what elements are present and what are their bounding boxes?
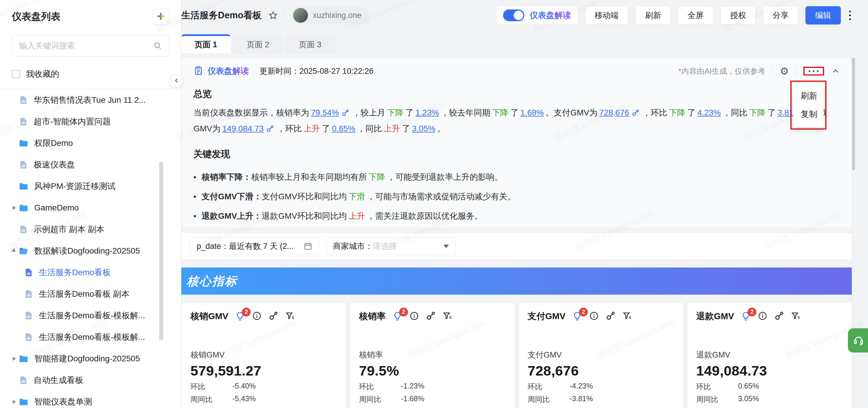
search-icon[interactable] <box>153 41 162 51</box>
plain-text: 。支付GMV为 <box>546 108 597 117</box>
insight-bulb-icon[interactable]: 2 <box>740 311 751 322</box>
fullscreen-button[interactable]: 全屏 <box>678 6 713 25</box>
insight-bulb-icon[interactable]: 2 <box>235 311 245 322</box>
sidebar-item[interactable]: 超市-智能体内置问题 <box>0 111 181 132</box>
sidebar-item[interactable]: 智能仪表盘单测 <box>0 391 181 408</box>
ai-report-icon <box>193 66 204 77</box>
insight-bulb-icon[interactable]: 2 <box>572 311 583 322</box>
favorites-label: 我收藏的 <box>26 68 59 80</box>
metric-link[interactable]: 1.23% <box>415 108 439 117</box>
sidebar-item[interactable]: 数据解读Dogfooding-202505 <box>0 240 181 261</box>
info-icon[interactable] <box>252 311 262 322</box>
folder-open-icon <box>18 246 29 256</box>
plain-text: ，环比 <box>643 108 667 117</box>
sidebar-scrollbar[interactable] <box>159 162 163 340</box>
attribution-key-icon[interactable] <box>631 107 640 121</box>
metric-link[interactable]: 3.05% <box>412 124 435 133</box>
info-icon[interactable] <box>589 311 599 322</box>
sidebar-item[interactable]: 生活服务Demo看板-模板解... <box>0 326 181 348</box>
compare-value: 0.65% <box>738 382 759 391</box>
refresh-button[interactable]: 刷新 <box>636 6 671 25</box>
new-dashboard-button[interactable] <box>153 8 169 25</box>
tab-page-3[interactable]: 页面 3 <box>285 36 335 53</box>
card-metric-label: 核销率 <box>359 349 506 360</box>
more-vertical-icon[interactable] <box>848 9 852 22</box>
interpretation-toggle[interactable] <box>503 9 524 21</box>
favorite-star-icon[interactable] <box>268 10 278 20</box>
gear-icon[interactable]: ⚙ <box>780 65 789 77</box>
trend-down-text: 下降 <box>492 108 508 117</box>
sidebar-item[interactable]: 风神PM-资源迁移测试 <box>0 176 181 197</box>
attribution-key-icon[interactable] <box>426 311 436 322</box>
card-metric-label: 核销GMV <box>190 349 337 360</box>
share-button[interactable]: 分享 <box>763 6 798 25</box>
metric-link[interactable]: 4.23% <box>698 108 721 117</box>
sidebar-item[interactable]: 生活服务Demo看板-模板解... <box>0 305 181 326</box>
menu-item-copy[interactable]: 复制 <box>793 105 824 123</box>
sidebar-item-label: 数据解读Dogfooding-202505 <box>34 245 140 256</box>
filter-icon[interactable] <box>285 311 295 322</box>
card-compare-row: 环比-4.23% <box>528 382 674 391</box>
sidebar-item[interactable]: 自动生成看板 <box>0 369 181 391</box>
folder-icon <box>18 138 29 149</box>
owner-badge[interactable]: xuzhixing.one <box>291 6 370 25</box>
caret-right-icon[interactable] <box>10 206 18 210</box>
edit-button[interactable]: 编辑 <box>805 6 841 25</box>
filter-icon[interactable] <box>790 311 801 322</box>
trend-up-text: 上升 <box>348 211 365 221</box>
sidebar-item[interactable]: 生活服务Demo看板 副本 <box>0 283 181 305</box>
ai-disclaimer: *内容由AI生成，仅供参考 <box>678 66 766 76</box>
compare-value: -4.23% <box>569 382 593 391</box>
section-banner-title: 核心指标 <box>187 273 237 289</box>
sidebar-item[interactable]: 权限Demo <box>0 132 181 154</box>
info-icon[interactable] <box>757 311 768 322</box>
caret-expanded-icon[interactable] <box>10 249 18 253</box>
menu-item-refresh[interactable]: 刷新 <box>793 87 824 105</box>
sidebar-item[interactable]: 华东销售情况表Tue Jun 11 2... <box>0 89 181 111</box>
city-filter-chip[interactable]: 商家城市：请选择 <box>326 238 456 255</box>
metric-link[interactable]: 149,084.73 <box>222 124 264 133</box>
caret-right-icon[interactable] <box>10 400 18 404</box>
help-float-button[interactable] <box>848 328 868 352</box>
attribution-key-icon[interactable] <box>341 107 349 121</box>
favorites-checkbox[interactable] <box>12 70 20 78</box>
date-filter-chip[interactable]: p_date：最近有数 7 天 (2... <box>190 238 319 255</box>
metric-link[interactable]: 728,676 <box>599 108 629 117</box>
authorize-button[interactable]: 授权 <box>720 6 756 25</box>
card-title: 支付GMV <box>528 310 565 322</box>
sidebar-collapse-button[interactable] <box>170 74 183 87</box>
compare-value: -5.40% <box>232 382 256 391</box>
more-horizontal-icon[interactable] <box>809 70 819 72</box>
metric-link[interactable]: 79.54% <box>311 108 339 117</box>
attribution-key-icon[interactable] <box>606 311 616 322</box>
attribution-key-icon[interactable] <box>268 311 278 322</box>
plain-text: 退款GMV环比和同比均 <box>262 211 347 221</box>
sidebar-item[interactable]: 智能搭建Dogfooding-202505 <box>0 348 181 369</box>
collapse-panel-icon[interactable] <box>831 67 840 75</box>
sidebar-item[interactable]: 生活服务Demo看板 <box>0 261 181 283</box>
main-scrollbar[interactable] <box>852 58 855 170</box>
tab-page-1[interactable]: 页面 1 <box>181 34 230 53</box>
tab-page-2[interactable]: 页面 2 <box>234 36 283 53</box>
metric-link[interactable]: 0.65% <box>332 124 355 133</box>
folder-icon <box>18 353 29 364</box>
filter-icon[interactable] <box>442 311 452 322</box>
attribution-key-icon[interactable] <box>774 311 784 322</box>
search-input[interactable] <box>12 41 169 51</box>
filter-label: 商家城市： <box>333 241 373 252</box>
sidebar-item[interactable]: 示例超市 副本 副本 <box>0 218 181 240</box>
attribution-key-icon[interactable] <box>266 123 274 137</box>
sidebar-item[interactable]: GameDemo <box>0 197 181 218</box>
info-icon[interactable] <box>409 311 419 322</box>
metric-link[interactable]: 1.68% <box>520 108 544 117</box>
chart-doc-icon <box>24 332 34 342</box>
sidebar-item[interactable]: 极速仪表盘 <box>0 154 181 176</box>
folder-icon <box>18 397 29 407</box>
insight-count-badge: 2 <box>748 308 756 316</box>
filter-icon[interactable] <box>622 311 632 322</box>
sidebar-list: 华东销售情况表Tue Jun 11 2...超市-智能体内置问题权限Demo极速… <box>0 89 181 408</box>
caret-right-icon[interactable] <box>10 357 18 361</box>
insight-bulb-icon[interactable]: 2 <box>392 311 403 322</box>
mobile-button[interactable]: 移动端 <box>585 6 628 25</box>
topbar-right: 仪表盘解读 移动端刷新全屏授权分享 编辑 <box>496 6 852 25</box>
